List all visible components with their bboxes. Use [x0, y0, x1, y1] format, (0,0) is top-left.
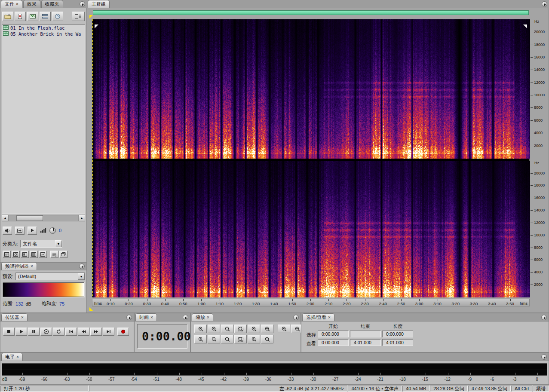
zoom-in-left-edge-button[interactable] — [248, 325, 260, 333]
zoom-to-selection-button[interactable] — [234, 325, 247, 333]
close-icon[interactable]: × — [16, 355, 19, 359]
zoom-in-amplitude-button[interactable] — [248, 335, 260, 343]
zoom-in-vertical-button[interactable] — [278, 325, 290, 333]
zoom-in-horizontal-button[interactable] — [194, 325, 207, 333]
play-from-cursor-button[interactable] — [40, 328, 52, 336]
scrollbar-thumb[interactable] — [16, 215, 43, 221]
zoom-in-right-edge-button[interactable] — [261, 325, 273, 333]
view-toggle-button-6[interactable] — [50, 251, 58, 258]
scroll-right-arrow-icon[interactable]: ► — [79, 215, 85, 221]
level-scale-label: -45 — [198, 377, 204, 382]
frequency-ruler[interactable]: Hz20000180001600014000120001000080006000… — [531, 19, 549, 297]
file-list-item[interactable]: 05 Another Brick in the Wa — [2, 31, 85, 37]
view-toggle-button-1[interactable] — [3, 251, 11, 258]
close-icon[interactable]: × — [21, 315, 24, 320]
record-button[interactable] — [117, 328, 129, 336]
scroll-left-arrow-icon[interactable]: ◄ — [2, 215, 8, 221]
file-list-item[interactable]: 01 In the Flesh.flac — [2, 25, 85, 31]
tab-time[interactable]: 时间 × — [135, 313, 157, 321]
horizontal-range-bar[interactable] — [93, 10, 529, 15]
selection-handle-top[interactable] — [89, 15, 93, 18]
stop-button[interactable] — [3, 328, 15, 336]
zoom-out-amplitude-button[interactable] — [261, 335, 273, 343]
panel-menu-icon[interactable] — [183, 315, 188, 320]
view-start-field[interactable]: 0:00.000 — [318, 339, 349, 346]
close-icon[interactable]: × — [16, 2, 18, 6]
saturation-value[interactable]: 75 — [59, 301, 64, 306]
tab-main-group[interactable]: 主群组 — [88, 0, 110, 8]
preview-loop-button[interactable] — [15, 227, 25, 235]
pause-button[interactable] — [28, 328, 40, 336]
spectrogram-channel-left[interactable] — [92, 19, 530, 159]
preset-select[interactable]: (Default) ▼ — [15, 273, 85, 280]
tab-favorites[interactable]: 收藏夹 — [41, 0, 63, 8]
chevron-down-icon[interactable]: ▼ — [78, 273, 85, 280]
view-toggle-button-3[interactable] — [21, 251, 29, 258]
selection-start-field[interactable]: 0:00.000 — [318, 331, 349, 337]
tab-spectral-controls[interactable]: 频谱控制器 × — [1, 262, 37, 270]
tab-selection-view[interactable]: 选择/查看 × — [302, 313, 334, 321]
tab-levels[interactable]: 电平 × — [1, 353, 23, 361]
preview-play-button[interactable] — [28, 227, 37, 235]
panel-menu-icon[interactable] — [541, 354, 547, 360]
fast-forward-button[interactable] — [90, 328, 102, 336]
zoom-out-horizontal-button[interactable] — [208, 325, 220, 333]
play-looped-button[interactable] — [53, 328, 64, 336]
zoom-way-in-button[interactable] — [194, 335, 207, 343]
zoom-reset-button[interactable] — [221, 335, 233, 343]
panel-menu-icon[interactable] — [542, 1, 547, 7]
view-end-field[interactable]: 4:01.000 — [350, 339, 381, 346]
spectral-color-gradient[interactable] — [3, 282, 84, 297]
playhead-cursor[interactable] — [92, 19, 93, 297]
sort-select[interactable]: 文件名 ▼ — [20, 240, 62, 248]
tab-files[interactable]: 文件 × — [1, 0, 22, 8]
panel-menu-icon[interactable] — [79, 263, 85, 269]
chevron-down-icon[interactable]: ▼ — [55, 240, 62, 247]
play-button[interactable] — [15, 328, 27, 336]
close-icon[interactable]: × — [207, 315, 209, 320]
selection-end-field[interactable] — [350, 331, 381, 337]
view-length-field[interactable]: 4:01.000 — [382, 339, 413, 346]
go-to-end-button[interactable] — [103, 328, 114, 336]
zoom-way-out-button[interactable] — [208, 335, 220, 343]
freq-tick-label: 6000 — [534, 118, 543, 122]
rewind-button[interactable] — [78, 328, 89, 336]
spectrogram-channel-right[interactable] — [92, 161, 530, 297]
level-meter[interactable] — [2, 363, 547, 376]
panel-menu-icon[interactable] — [293, 315, 299, 320]
close-icon[interactable]: × — [150, 315, 153, 320]
tab-transport[interactable]: 传送器 × — [1, 313, 28, 321]
zoom-full-button[interactable] — [221, 325, 233, 333]
panel-menu-icon[interactable] — [80, 1, 85, 7]
panel-menu-icon[interactable] — [541, 315, 547, 320]
selection-handle-bottom[interactable] — [89, 307, 93, 311]
preview-volume-knob[interactable] — [49, 227, 56, 234]
view-toggle-button-2[interactable] — [12, 251, 20, 258]
view-toggle-button-4[interactable] — [30, 251, 38, 258]
range-value[interactable]: 132 — [15, 301, 23, 306]
close-icon[interactable]: × — [31, 264, 33, 269]
preview-mute-button[interactable] — [3, 227, 12, 235]
timeline-tick-label: 2:30 — [361, 301, 369, 306]
import-file-button[interactable] — [2, 12, 13, 21]
view-toggle-button-7[interactable] — [59, 251, 67, 258]
tab-effects[interactable]: 效果 — [23, 0, 40, 8]
spectrogram-display[interactable] — [92, 19, 530, 297]
insert-into-multitrack-button[interactable] — [40, 12, 51, 21]
timeline-tick-label: 1:40 — [270, 301, 278, 306]
zoom-selection-button[interactable] — [234, 335, 247, 343]
edit-file-button[interactable] — [27, 12, 38, 21]
insert-into-cd-button[interactable] — [52, 12, 63, 21]
close-icon[interactable]: × — [328, 315, 331, 320]
panel-menu-icon[interactable] — [126, 315, 132, 320]
tab-zoom[interactable]: 缩放 × — [192, 313, 213, 321]
view-toggle-button-5[interactable] — [39, 251, 47, 258]
selection-length-field[interactable]: 0:00.000 — [382, 331, 413, 337]
file-list-horizontal-scrollbar[interactable]: ◄ ► — [2, 215, 85, 221]
scrollbar-track[interactable] — [8, 215, 79, 221]
close-file-button[interactable] — [15, 12, 26, 21]
go-to-beginning-button[interactable] — [65, 328, 77, 336]
timeline-ruler[interactable]: hmshms0:100:200:300:400:501:001:101:201:… — [92, 299, 530, 306]
level-scale-label: -15 — [422, 377, 428, 382]
files-advanced-options-button[interactable] — [72, 12, 85, 21]
